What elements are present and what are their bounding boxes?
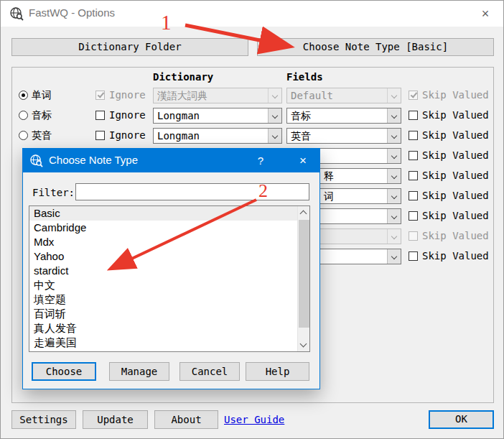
dictionary-folder-button[interactable]: Dictionary Folder	[11, 38, 248, 56]
dropdown-arrow	[387, 129, 401, 143]
note-type-list: BasicCambridgeMdxYahoostardict中文填空题百词斩真人…	[29, 205, 310, 352]
skip-valued-checkbox[interactable]	[409, 191, 418, 200]
help-button[interactable]: Help	[246, 362, 309, 381]
list-scrollbar[interactable]	[297, 206, 309, 351]
dropdown-arrow	[268, 88, 281, 103]
skip-valued-checkbox[interactable]	[409, 211, 418, 221]
dialog-close-icon[interactable]: ×	[286, 149, 319, 172]
dictionary-select-value: 漢語大詞典	[157, 90, 267, 102]
dropdown-arrow	[387, 249, 401, 264]
row-radio[interactable]	[19, 91, 28, 100]
skip-valued-checkbox[interactable]	[409, 151, 418, 160]
chevron-down-icon	[391, 234, 397, 239]
ok-button[interactable]: OK	[429, 410, 494, 429]
skip-valued-checkbox[interactable]	[409, 131, 418, 140]
skip-valued-label: Skip Valued	[422, 190, 489, 201]
choose-note-type-dialog: Choose Note Type ? × Filter: BasicCambri…	[22, 148, 320, 389]
note-type-item[interactable]: Mdx	[29, 235, 309, 249]
dict-row: 音标IgnoreLongman音标Skip Valued	[1, 106, 504, 126]
row-label: 单词	[32, 89, 52, 102]
settings-button[interactable]: Settings	[11, 410, 76, 429]
dialog-title-bar: Choose Note Type ? ×	[23, 149, 319, 172]
dictionary-select-value: Longman	[157, 130, 267, 142]
note-type-item[interactable]: 英语	[29, 350, 309, 352]
chevron-down-icon	[272, 93, 278, 98]
dropdown-arrow	[387, 189, 401, 203]
fastwq-globe-icon	[9, 6, 24, 21]
skip-valued-checkbox[interactable]	[409, 251, 418, 261]
fields-select[interactable]: 英音	[286, 128, 401, 144]
dropdown-arrow	[268, 108, 281, 123]
choose-button[interactable]: Choose	[32, 362, 96, 381]
window-title: FastWQ - Options	[29, 6, 115, 19]
dropdown-arrow	[387, 88, 401, 103]
row-radio[interactable]	[19, 131, 28, 140]
user-guide-link[interactable]: User Guide	[224, 414, 284, 425]
title-bar: FastWQ - Options ×	[1, 1, 503, 27]
chevron-down-icon	[391, 193, 397, 199]
ignore-checkbox[interactable]	[95, 91, 105, 100]
ignore-checkbox[interactable]	[95, 111, 105, 120]
chevron-down-icon	[391, 113, 397, 119]
column-header-dictionary: Dictionary	[153, 71, 213, 83]
skip-valued-checkbox[interactable]	[409, 91, 418, 100]
cancel-button[interactable]: Cancel	[179, 362, 240, 381]
manage-button[interactable]: Manage	[109, 362, 169, 381]
dialog-help-button[interactable]: ?	[246, 149, 275, 172]
dict-row: 英音IgnoreLongman英音Skip Valued	[1, 126, 504, 146]
fields-select[interactable]: 音标	[286, 108, 401, 124]
note-type-item[interactable]: 走遍美国	[29, 336, 309, 350]
skip-valued-checkbox[interactable]	[409, 111, 418, 120]
skip-valued-checkbox[interactable]	[409, 231, 418, 241]
dropdown-arrow	[387, 169, 401, 183]
skip-valued-label: Skip Valued	[422, 170, 489, 181]
options-window: FastWQ - Options × Dictionary Folder Cho…	[0, 0, 504, 439]
note-type-item[interactable]: 真人发音	[29, 321, 309, 336]
skip-valued-label: Skip Valued	[422, 230, 489, 241]
dictionary-select[interactable]: Longman	[153, 128, 282, 144]
note-type-item[interactable]: stardict	[29, 264, 309, 278]
skip-valued-label: Skip Valued	[422, 89, 489, 101]
note-type-item[interactable]: 百词斩	[29, 307, 309, 321]
row-label: 英音	[32, 129, 52, 142]
chevron-down-icon	[391, 254, 397, 259]
dropdown-arrow	[268, 129, 281, 143]
ignore-label: Ignore	[109, 89, 146, 101]
skip-valued-checkbox[interactable]	[409, 171, 418, 180]
note-type-item[interactable]: Cambridge	[29, 221, 309, 235]
dropdown-arrow	[387, 149, 401, 163]
skip-valued-label: Skip Valued	[422, 149, 489, 161]
dictionary-select[interactable]: Longman	[153, 108, 282, 124]
dropdown-arrow	[387, 229, 401, 244]
skip-valued-label: Skip Valued	[422, 210, 489, 221]
window-close-icon[interactable]: ×	[475, 4, 496, 23]
note-type-item[interactable]: Yahoo	[29, 249, 309, 264]
fields-select[interactable]: Default	[286, 88, 401, 103]
chevron-down-icon	[272, 133, 278, 139]
skip-valued-label: Skip Valued	[422, 109, 489, 121]
scrollbar-thumb[interactable]	[299, 220, 309, 328]
scroll-up-icon[interactable]	[300, 211, 307, 218]
about-button[interactable]: About	[154, 410, 218, 429]
choose-note-type-button[interactable]: Choose Note Type [Basic]	[257, 38, 494, 56]
chevron-down-icon	[391, 213, 397, 219]
ignore-label: Ignore	[109, 129, 146, 141]
update-button[interactable]: Update	[83, 410, 148, 429]
note-type-item[interactable]: Basic	[29, 206, 309, 221]
dictionary-select[interactable]: 漢語大詞典	[153, 88, 282, 103]
skip-valued-label: Skip Valued	[422, 250, 489, 262]
row-radio[interactable]	[19, 111, 28, 120]
filter-input[interactable]	[75, 183, 309, 200]
fields-select-value: 英音	[291, 130, 386, 142]
chevron-down-icon	[272, 113, 278, 119]
skip-valued-label: Skip Valued	[422, 129, 489, 141]
fields-select-value: 音标	[291, 110, 386, 122]
dictionary-select-value: Longman	[157, 110, 267, 122]
scroll-down-icon[interactable]	[300, 341, 307, 348]
note-type-item[interactable]: 填空题	[29, 292, 309, 307]
note-type-item[interactable]: 中文	[29, 278, 309, 292]
fields-select-value: Default	[291, 90, 386, 102]
ignore-checkbox[interactable]	[95, 131, 105, 140]
row-label: 音标	[32, 109, 52, 122]
ignore-label: Ignore	[109, 109, 146, 121]
